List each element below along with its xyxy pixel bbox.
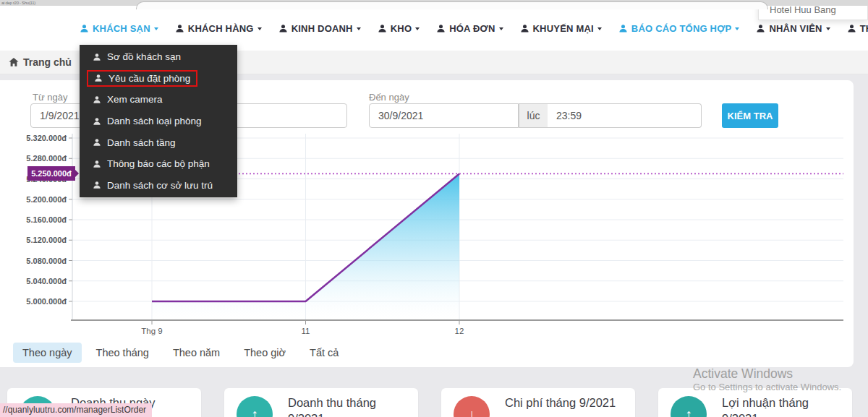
menu-item-label: Sơ đồ khách sạn (107, 51, 181, 62)
khach-san-dropdown-menu: Sơ đồ khách sạnYêu cầu đặt phòngXem came… (80, 45, 237, 197)
crosshair-value-label: 5.250.000đ (27, 166, 75, 181)
svg-text:5.040.000đ: 5.040.000đ (26, 277, 67, 285)
svg-text:5.280.000đ: 5.280.000đ (26, 154, 67, 163)
chevron-down-icon (357, 27, 361, 30)
menu-item[interactable]: Xem camera (80, 89, 237, 111)
nav-item-label: THÊM (860, 23, 868, 34)
svg-text:5.120.000đ: 5.120.000đ (26, 236, 67, 244)
watermark-line1: Activate Windows (693, 366, 841, 382)
user-icon (378, 24, 387, 33)
menu-item-highlighted[interactable]: Yêu cầu đặt phòng (80, 68, 237, 90)
user-icon (278, 24, 288, 33)
menu-item[interactable]: Danh sách cơ sở lưu trú (80, 175, 237, 197)
chevron-down-icon (415, 27, 420, 30)
home-icon (9, 57, 19, 67)
account-name: Hotel Huu Bang (770, 4, 836, 15)
svg-text:5.080.000đ: 5.080.000đ (26, 257, 67, 265)
chevron-down-icon (154, 27, 158, 30)
svg-text:5.320.000đ: 5.320.000đ (26, 134, 67, 142)
red-highlight-box: Yêu cầu đặt phòng (87, 70, 197, 87)
menu-item[interactable]: Danh sách tầng (80, 132, 237, 153)
tab[interactable]: Theo năm (163, 343, 229, 363)
chevron-down-icon (499, 27, 503, 30)
chevron-down-icon (258, 27, 262, 30)
chevron-down-icon (826, 27, 830, 30)
user-icon (436, 24, 446, 33)
nav-item-label: HÓA ĐƠN (449, 23, 495, 34)
main-nav: KHÁCH SẠNKHÁCH HÀNGKINH DOANHKHOHÓA ĐƠNK… (0, 6, 868, 51)
nav-item-label: NHÂN VIÊN (769, 23, 822, 34)
nav-item[interactable]: NHÂN VIÊN (756, 23, 830, 34)
chart-range-tabs: Theo ngàyTheo thángTheo nămTheo giờTất c… (13, 343, 348, 363)
nav-item[interactable]: BÁO CÁO TỔNG HỢP (618, 23, 740, 34)
status-url-text: //quanlyluutru.com/managerListOrder (3, 405, 146, 415)
user-icon (175, 24, 184, 33)
chevron-down-icon (735, 27, 739, 30)
nav-item[interactable]: KHÁCH SẠN (80, 23, 158, 34)
arrow-down-icon: ↓ (454, 396, 490, 417)
chevron-down-icon (597, 27, 602, 30)
browser-top-strip: ai dep r20 - Shu(11) (0, 0, 868, 6)
summary-card[interactable]: ↑Lợi nhuận tháng9/2021 (658, 388, 852, 417)
card-title: Doanh thu tháng9/2021 (288, 395, 376, 417)
arrow-up-icon: ↑ (237, 396, 273, 417)
nav-item-label: BÁO CÁO TỔNG HỢP (631, 23, 732, 34)
user-icon (847, 24, 856, 33)
user-icon (80, 24, 89, 33)
user-icon (93, 181, 101, 189)
nav-item[interactable]: KINH DOANH (278, 23, 361, 34)
svg-text:Thg 9: Thg 9 (141, 327, 162, 335)
summary-card[interactable]: ↓Chi phí tháng 9/2021 (441, 388, 635, 417)
tab[interactable]: Theo ngày (13, 343, 82, 363)
card-title: Chi phí tháng 9/2021 (505, 395, 616, 410)
menu-item-label: Yêu cầu đặt phòng (109, 73, 190, 84)
nav-item[interactable]: KHUYẾN MẠI (520, 23, 602, 34)
tab[interactable]: Theo giờ (234, 343, 295, 363)
summary-card[interactable]: ↑Doanh thu tháng9/2021 (224, 388, 418, 417)
svg-text:5.160.000đ: 5.160.000đ (26, 215, 67, 224)
arrow-up-icon: ↑ (671, 396, 707, 417)
card-title: Lợi nhuận tháng9/2021 (722, 395, 809, 417)
nav-item-label: KHO (391, 23, 412, 34)
user-icon (94, 74, 103, 82)
user-icon (93, 117, 101, 126)
navbar: KHÁCH SẠNKHÁCH HÀNGKINH DOANHKHOHÓA ĐƠNK… (0, 6, 868, 51)
svg-text:12: 12 (455, 327, 464, 335)
menu-item[interactable]: Thông báo các bộ phận (80, 153, 237, 175)
user-icon (618, 24, 628, 33)
menu-item[interactable]: Sơ đồ khách sạn (80, 46, 237, 68)
nav-item-label: KINH DOANH (292, 23, 353, 34)
svg-text:5.200.000đ: 5.200.000đ (26, 195, 67, 204)
menu-item-label: Xem camera (107, 94, 163, 105)
tab[interactable]: Theo tháng (87, 343, 158, 363)
browser-tab[interactable] (136, 1, 768, 9)
status-url-bar: //quanlyluutru.com/managerListOrder (0, 403, 152, 417)
user-icon (93, 53, 101, 61)
user-icon (520, 24, 529, 33)
menu-item-label: Thông báo các bộ phận (107, 158, 210, 169)
breadcrumb-label[interactable]: Trang chủ (23, 56, 72, 68)
svg-text:5.000.000đ: 5.000.000đ (26, 297, 67, 306)
user-icon (93, 95, 101, 104)
user-icon (93, 138, 101, 147)
nav-item[interactable]: HÓA ĐƠN (436, 23, 503, 34)
nav-item-label: KHÁCH SẠN (93, 23, 150, 34)
nav-item-label: KHUYẾN MẠI (533, 23, 594, 34)
nav-item-label: KHÁCH HÀNG (188, 23, 254, 34)
user-icon (756, 24, 765, 33)
menu-item-label: Danh sách cơ sở lưu trú (107, 180, 213, 191)
menu-item-label: Danh sách tầng (107, 137, 176, 148)
svg-text:11: 11 (302, 327, 310, 335)
tab[interactable]: Tất cả (300, 343, 348, 363)
nav-item[interactable]: THÊM (847, 23, 868, 34)
user-icon (93, 160, 101, 168)
nav-item[interactable]: KHÁCH HÀNG (175, 23, 262, 34)
nav-item[interactable]: KHO (378, 23, 420, 34)
browser-tab-title: ai dep r20 - Shu(11) (1, 1, 35, 5)
menu-item-label: Danh sách loại phòng (107, 116, 202, 126)
menu-item[interactable]: Danh sách loại phòng (80, 111, 237, 132)
